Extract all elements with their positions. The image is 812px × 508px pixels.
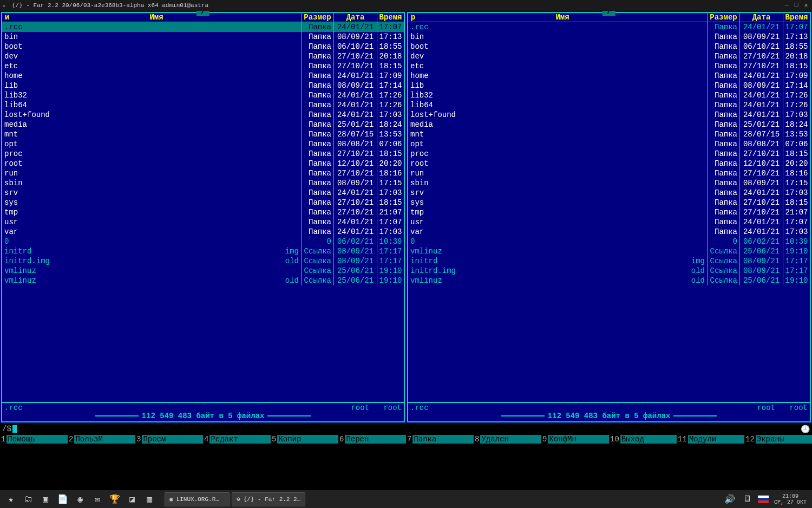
left-panel-path[interactable]: /	[197, 11, 209, 16]
file-row[interactable]: 0006/02/2110:39	[408, 237, 810, 246]
chrome-icon[interactable]: ◉	[74, 493, 87, 506]
file-row[interactable]: rootПапка12/10/2120:20	[408, 159, 810, 168]
command-line[interactable]: /$ 🕘	[0, 424, 812, 434]
file-row[interactable]: vmlinuzСсылка25/06/2119:10	[408, 246, 810, 256]
file-row[interactable]: libПапка08/09/2117:14	[408, 81, 810, 90]
file-row[interactable]: mntПапка28/07/1513:53	[408, 129, 810, 139]
file-row[interactable]: vmlinuzoldСсылка25/06/2119:10	[2, 276, 404, 285]
file-row[interactable]: usrПапка24/01/2117:07	[2, 217, 404, 227]
file-manager-icon[interactable]: 🗂	[22, 493, 35, 506]
file-row[interactable]: mntПапка28/07/1513:53	[2, 129, 404, 139]
task-browser[interactable]: ◉ LINUX.ORG.R…	[165, 492, 230, 506]
col-date-header[interactable]: Дата	[333, 13, 377, 22]
keyboard-layout-flag[interactable]	[758, 496, 769, 503]
file-row[interactable]: srvПапка24/01/2117:03	[408, 188, 810, 198]
task-far[interactable]: ⚙ {/} - Far 2.2 2…	[232, 492, 305, 506]
volume-icon[interactable]: 🔊	[723, 493, 736, 506]
left-panel-body[interactable]: .rccПапка24/01/2117:07binПапка08/09/2117…	[2, 22, 404, 402]
file-row[interactable]: homeПапка24/01/2117:09	[2, 71, 404, 81]
fkey-12[interactable]: 12Экраны	[744, 434, 812, 444]
fkey-3[interactable]: 3Просм	[135, 434, 203, 444]
file-row[interactable]: devПапка27/10/2120:18	[408, 51, 810, 61]
file-row[interactable]: lost+foundПапка24/01/2117:03	[2, 110, 404, 120]
file-row[interactable]: lib32Папка24/01/2117:26	[2, 90, 404, 100]
file-row[interactable]: optПапка08/08/2107:06	[408, 139, 810, 149]
file-row[interactable]: etcПапка27/10/2118:15	[2, 61, 404, 71]
fkey-4[interactable]: 4Редакт	[203, 434, 271, 444]
file-row[interactable]: binПапка08/09/2117:13	[408, 32, 810, 42]
file-row[interactable]: procПапка27/10/2118:15	[2, 149, 404, 159]
file-row[interactable]: vmlinuzoldСсылка25/06/2119:10	[408, 276, 810, 285]
fkey-11[interactable]: 11Модули	[677, 434, 744, 444]
file-row[interactable]: .rccПапка24/01/2117:07	[2, 22, 404, 32]
file-row[interactable]: procПапка27/10/2118:15	[408, 149, 810, 159]
fkey-1[interactable]: 1Помощь	[0, 434, 68, 444]
file-row[interactable]: initrdimgСсылка08/09/2117:17	[2, 246, 404, 256]
fkey-5[interactable]: 5Копир	[271, 434, 338, 444]
file-row[interactable]: devПапка27/10/2120:18	[2, 51, 404, 61]
file-row[interactable]: initrd.imgoldСсылка08/09/2117:17	[408, 266, 810, 276]
file-row[interactable]: sbinПапка08/09/2117:15	[408, 178, 810, 188]
file-row[interactable]: sbinПапка08/09/2117:15	[2, 178, 404, 188]
col-name-header[interactable]: Имя	[418, 13, 707, 22]
file-row[interactable]: tmpПапка27/10/2121:07	[2, 207, 404, 217]
right-panel-path[interactable]: /	[603, 11, 615, 16]
dosbox-icon[interactable]: ◪	[126, 493, 139, 506]
file-row[interactable]: mediaПапка25/01/2118:24	[2, 120, 404, 129]
file-row[interactable]: bootПапка06/10/2118:55	[2, 42, 404, 51]
file-row[interactable]: rootПапка12/10/2120:20	[2, 159, 404, 168]
maximize-button[interactable]: □	[793, 2, 800, 9]
col-size-header[interactable]: Размер	[707, 13, 739, 22]
col-date-header[interactable]: Дата	[739, 13, 783, 22]
fkey-10[interactable]: 10Выход	[609, 434, 677, 444]
mail-icon[interactable]: ✉	[91, 493, 104, 506]
file-row[interactable]: initrd.imgoldСсылка08/09/2117:17	[2, 256, 404, 266]
file-row[interactable]: runПапка27/10/2118:16	[408, 168, 810, 178]
file-row[interactable]: srvПапка24/01/2117:03	[2, 188, 404, 198]
close-button[interactable]: ✕	[802, 2, 810, 9]
file-row[interactable]: libПапка08/09/2117:14	[2, 81, 404, 90]
file-row[interactable]: lib32Папка24/01/2117:26	[408, 90, 810, 100]
file-row[interactable]: usrПапка24/01/2117:07	[408, 217, 810, 227]
tray-clock[interactable]: 21:09 СР, 27 ОКТ	[774, 493, 807, 505]
right-panel-body[interactable]: .rccПапка24/01/2117:07binПапка08/09/2117…	[408, 22, 810, 402]
file-row[interactable]: etcПапка27/10/2118:15	[408, 61, 810, 71]
file-row[interactable]: vmlinuzСсылка25/06/2119:10	[2, 266, 404, 276]
file-row[interactable]: lib64Папка24/01/2117:26	[408, 100, 810, 110]
col-name-header[interactable]: Имя	[12, 13, 301, 22]
file-row[interactable]: bootПапка06/10/2118:55	[408, 42, 810, 51]
file-row[interactable]: runПапка27/10/2118:16	[2, 168, 404, 178]
start-menu-button[interactable]: ★	[4, 493, 17, 506]
fkey-7[interactable]: 7Папка	[406, 434, 474, 444]
file-row[interactable]: varПапка24/01/2117:03	[408, 227, 810, 237]
file-row[interactable]: initrdimgСсылка08/09/2117:17	[408, 256, 810, 266]
left-panel[interactable]: / и Имя Размер Дата Время .rccПапка24/01…	[1, 12, 405, 422]
trophy-icon[interactable]: 🏆	[108, 493, 121, 506]
fkey-8[interactable]: 8Удален	[474, 434, 541, 444]
minimize-button[interactable]: —	[783, 2, 790, 9]
file-row[interactable]: homeПапка24/01/2117:09	[408, 71, 810, 81]
col-time-header[interactable]: Время	[783, 13, 810, 22]
file-row[interactable]: lib64Папка24/01/2117:26	[2, 100, 404, 110]
col-size-header[interactable]: Размер	[301, 13, 333, 22]
fkey-2[interactable]: 2ПользМ	[68, 434, 135, 444]
fkey-6[interactable]: 6Перен	[338, 434, 406, 444]
file-row[interactable]: sysПапка27/10/2118:15	[2, 198, 404, 207]
col-time-header[interactable]: Время	[377, 13, 404, 22]
file-row[interactable]: sysПапка27/10/2118:15	[408, 198, 810, 207]
fkey-9[interactable]: 9КонфМн	[541, 434, 609, 444]
sort-indicator[interactable]: и	[2, 13, 12, 22]
file-row[interactable]: varПапка24/01/2117:03	[2, 227, 404, 237]
file-row[interactable]: optПапка08/08/2107:06	[2, 139, 404, 149]
sort-indicator[interactable]: р	[408, 13, 418, 22]
file-row[interactable]: lost+foundПапка24/01/2117:03	[408, 110, 810, 120]
file-row[interactable]: 0006/02/2110:39	[2, 237, 404, 246]
network-icon[interactable]: 🖥	[741, 493, 754, 506]
right-panel[interactable]: / р Имя Размер Дата Время .rccПапка24/01…	[407, 12, 811, 422]
terminal-icon[interactable]: ▣	[39, 493, 52, 506]
file-row[interactable]: mediaПапка25/01/2118:24	[408, 120, 810, 129]
file-row[interactable]: tmpПапка27/10/2121:07	[408, 207, 810, 217]
file-row[interactable]: binПапка08/09/2117:13	[2, 32, 404, 42]
file-row[interactable]: .rccПапка24/01/2117:07	[408, 22, 810, 32]
monitor-icon[interactable]: ▦	[143, 493, 156, 506]
